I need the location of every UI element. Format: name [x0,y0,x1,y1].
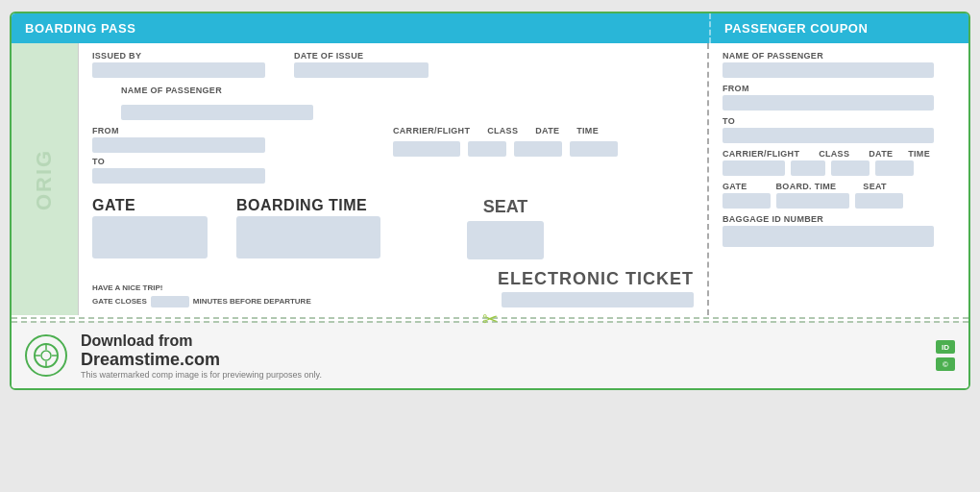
date-of-issue-field [294,62,429,78]
date-of-issue-label: DATE OF ISSUE [294,51,429,61]
from-section: FROM TO [92,126,393,189]
footer-badge-id: ID [936,340,955,354]
coupon-to-label: TO [723,116,955,126]
watermark-text: This watermarked comp image is for previ… [81,370,322,380]
coupon-from-label: FROM [723,84,955,93]
coupon-carrier-label: CARRIER/FLIGHT [723,149,799,159]
coupon-carrier-field [723,160,785,176]
gate-group: GATE [92,197,208,258]
gate-closes-label: GATE CLOSES [92,296,147,308]
electronic-ticket-label: ELECTRONIC TICKET [498,269,694,289]
date-of-issue-group: DATE OF ISSUE [294,51,429,78]
from-row: FROM [92,126,393,153]
issued-by-field [92,62,265,78]
row-issued-date: ISSUED BY DATE OF ISSUE [92,51,694,78]
seat-field [467,221,544,259]
passenger-coupon-header: PASSENGER COUPON [709,13,968,43]
coupon-baggage-field [723,226,934,247]
from-label: FROM [92,126,265,135]
passenger-name-field [121,105,313,120]
coupon-seat-label: SEAT [863,182,887,191]
footer-icons: ID © [936,340,955,371]
boarding-time-field [236,216,380,258]
coupon-carrier-fields [723,160,955,176]
dashed-divider: ✂ [12,317,968,319]
carrier-fields [393,141,694,157]
carrier-field [393,141,460,157]
coupon-carrier-group: CARRIER/FLIGHT CLASS DATE TIME [723,149,955,176]
coupon-time-field [875,160,914,176]
gate-closes-row: GATE CLOSES MINUTES BEFORE DEPARTURE [92,296,311,308]
boarding-pass-title: BOARDING PASS [25,21,135,36]
coupon-seat-field [855,193,903,209]
coupon-date-field [831,160,870,176]
carrier-flight-label: CARRIER/FLIGHT [393,126,470,135]
time-field [570,141,618,157]
coupon-gate-label: GATE [723,182,747,191]
seat-area: SEAT [467,197,544,259]
passenger-coupon-title: PASSENGER COUPON [724,21,868,36]
coupon-gate-group: GATE BOARD. TIME SEAT [723,182,955,209]
gate-field [92,216,208,258]
coupon-date-label: DATE [869,149,893,159]
stub-image-area: ORIG [12,43,79,315]
coupon-board-time-label: BOARD. TIME [776,182,837,191]
row-from-carrier: FROM TO CARRIER/FLIGHT CLASS [92,126,694,189]
scissors-icon: ✂ [482,308,499,331]
coupon-from-field [723,95,934,111]
coupon-gate-headers: GATE BOARD. TIME SEAT [723,182,955,191]
row-passenger-name: NAME OF PASSENGER [121,86,694,120]
coupon-from-group: FROM [723,84,955,111]
coupon-passenger-group: NAME OF PASSENGER [723,51,955,78]
name-of-passenger-label: NAME OF PASSENGER [121,86,222,95]
footer-bar: Download from Dreamstime.com This waterm… [12,321,968,388]
boarding-time-group: BOARDING TIME [236,197,380,258]
coupon-gate-fields [723,193,955,209]
flight-date-field [514,141,562,157]
stub-text: ORIG [32,148,57,209]
coupon-class-label: CLASS [819,149,849,159]
trip-notice-group: HAVE A NICE TRIP! GATE CLOSES MINUTES BE… [92,283,311,308]
coupon-gate-field [723,193,771,209]
main-content: ISSUED BY DATE OF ISSUE NAME OF PASSENGE… [79,43,709,315]
to-label: TO [92,157,265,166]
have-nice-trip-label: HAVE A NICE TRIP! [92,283,311,294]
gate-label: GATE [92,197,208,214]
electronic-ticket-area: ELECTRONIC TICKET [498,269,694,308]
to-group: TO [92,157,265,184]
coupon-passenger-field [723,62,934,78]
seat-label: SEAT [483,197,528,217]
time-label: TIME [576,126,599,135]
coupon-baggage-label: BAGGAGE ID NUMBER [723,214,955,224]
from-group: FROM [92,126,265,153]
coupon-to-group: TO [723,116,955,143]
coupon-time-label: TIME [908,149,930,159]
coupon-baggage-group: BAGGAGE ID NUMBER [723,214,955,247]
row-gate-boarding-seat: GATE BOARDING TIME SEAT [92,197,694,259]
to-field [92,168,265,184]
site-name: Dreamstime.com [81,350,322,370]
carrier-section: CARRIER/FLIGHT CLASS DATE TIME [393,126,694,189]
coupon-board-time-field [776,193,849,209]
to-row: TO [92,157,393,184]
coupon-content: NAME OF PASSENGER FROM TO CARRIER/FLIGHT… [709,43,968,315]
header-bar: BOARDING PASS PASSENGER COUPON [12,13,968,43]
minutes-before-departure-label: MINUTES BEFORE DEPARTURE [193,296,311,308]
carrier-headers: CARRIER/FLIGHT CLASS DATE TIME [393,126,694,135]
boarding-pass-document: BOARDING PASS PASSENGER COUPON ORIG ISSU… [10,12,970,390]
boarding-pass-header: BOARDING PASS [12,13,709,43]
logo-icon [32,341,61,370]
issued-by-label: ISSUED BY [92,51,265,61]
footer-badge-copyright: © [936,357,955,371]
coupon-passenger-label: NAME OF PASSENGER [723,51,955,61]
coupon-to-field [723,128,934,143]
date-label: DATE [535,126,559,135]
footer-text-group: Download from Dreamstime.com This waterm… [81,332,322,380]
class-label: CLASS [487,126,518,135]
issued-by-group: ISSUED BY [92,51,265,78]
body-wrap: ORIG ISSUED BY DATE OF ISSUE NAME OF PAS… [12,43,968,315]
svg-point-1 [41,351,51,360]
class-field [468,141,506,157]
boarding-time-label: BOARDING TIME [236,197,380,214]
electronic-ticket-field [502,292,694,308]
